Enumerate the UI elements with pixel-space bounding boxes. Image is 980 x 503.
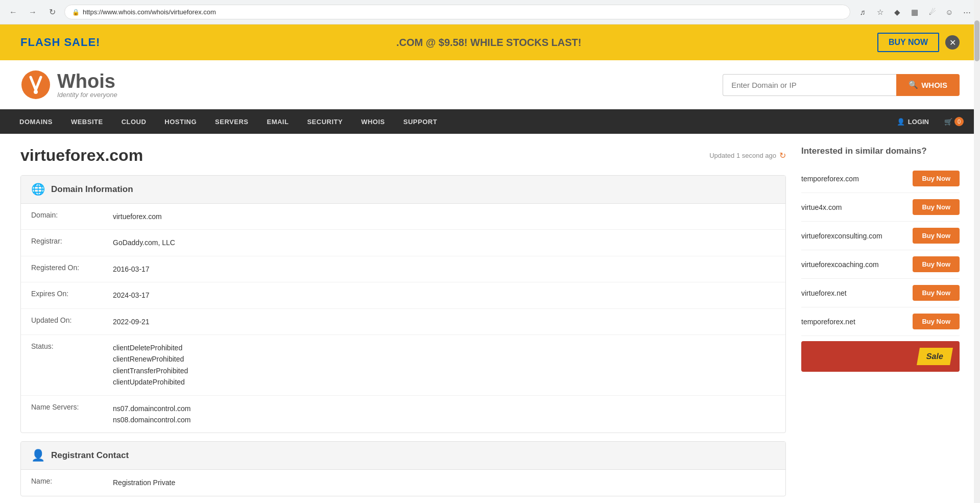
site-header: Whois Identity for everyone 🔍 WHOIS bbox=[0, 60, 980, 109]
registrant-card-header: 👤 Registrant Contact bbox=[21, 442, 785, 470]
similar-item-3: virtueforexcoaching.com Buy Now bbox=[801, 250, 960, 279]
nav-items: DOMAINS WEBSITE CLOUD HOSTING SERVERS EM… bbox=[10, 109, 888, 134]
left-column: virtueforex.com Updated 1 second ago ↻ 🌐… bbox=[20, 146, 786, 503]
close-banner-button[interactable]: ✕ bbox=[945, 35, 960, 50]
forward-button[interactable]: → bbox=[26, 5, 40, 19]
extensions-icon[interactable]: ◆ bbox=[890, 5, 904, 19]
similar-domains-title: Interested in similar domains? bbox=[801, 146, 960, 156]
buy-now-button-3[interactable]: Buy Now bbox=[913, 256, 960, 272]
address-bar[interactable]: 🔒 https://www.whois.com/whois/virtuefore… bbox=[64, 5, 850, 19]
svg-point-1 bbox=[34, 90, 38, 94]
refresh-button[interactable]: ↻ bbox=[45, 5, 59, 19]
domain-info-card: 🌐 Domain Information Domain: virtueforex… bbox=[20, 175, 786, 433]
domain-info-icon: 🌐 bbox=[31, 183, 45, 196]
domain-label-updated-on: Updated On: bbox=[31, 316, 113, 324]
registrant-row-name: Name: Registration Private bbox=[21, 470, 785, 495]
main-content: virtueforex.com Updated 1 second ago ↻ 🌐… bbox=[0, 134, 980, 503]
domain-value-nameservers: ns07.domaincontrol.com ns08.domaincontro… bbox=[113, 403, 191, 426]
nav-item-cloud[interactable]: CLOUD bbox=[112, 109, 156, 134]
logo-tagline: Identity for everyone bbox=[57, 91, 117, 99]
nav-item-security[interactable]: SECURITY bbox=[298, 109, 352, 134]
domain-value-updated-on: 2022-09-21 bbox=[113, 316, 150, 327]
logo-brand: Whois bbox=[57, 71, 117, 91]
similar-item-5: temporeforex.net Buy Now bbox=[801, 307, 960, 336]
profile-icon[interactable]: ♬ bbox=[855, 5, 870, 19]
domain-value-status: clientDeleteProhibited clientRenewProhib… bbox=[113, 342, 188, 388]
logo-area: Whois Identity for everyone bbox=[20, 69, 117, 100]
back-button[interactable]: ← bbox=[6, 5, 20, 19]
buy-now-button-1[interactable]: Buy Now bbox=[913, 199, 960, 215]
similar-domain-3: virtueforexcoaching.com bbox=[801, 260, 879, 269]
domain-value-registered-on: 2016-03-17 bbox=[113, 264, 150, 275]
flash-banner-right: BUY NOW ✕ bbox=[877, 33, 960, 52]
buy-now-button-4[interactable]: Buy Now bbox=[913, 285, 960, 301]
domain-row-domain: Domain: virtueforex.com bbox=[21, 204, 785, 230]
login-button[interactable]: 👤 LOGIN bbox=[888, 109, 938, 134]
sale-tag: Sale bbox=[917, 348, 953, 365]
domain-label-status: Status: bbox=[31, 342, 113, 350]
nav-item-whois[interactable]: WHOIS bbox=[352, 109, 394, 134]
menu-icon[interactable]: ⋯ bbox=[960, 5, 974, 19]
collections-icon[interactable]: ☄ bbox=[925, 5, 939, 19]
search-icon: 🔍 bbox=[909, 80, 918, 89]
domain-search-input[interactable] bbox=[723, 74, 896, 96]
cart-count: 0 bbox=[954, 117, 964, 126]
scrollbar-thumb[interactable] bbox=[974, 20, 979, 61]
search-whois-button[interactable]: 🔍 WHOIS bbox=[896, 74, 960, 96]
domain-value-expires-on: 2024-03-17 bbox=[113, 290, 150, 301]
similar-domain-2: virtueforexconsulting.com bbox=[801, 232, 882, 240]
nav-item-support[interactable]: SUPPORT bbox=[394, 109, 446, 134]
address-url: https://www.whois.com/whois/virtueforex.… bbox=[83, 8, 216, 16]
main-nav: DOMAINS WEBSITE CLOUD HOSTING SERVERS EM… bbox=[0, 109, 980, 134]
nav-item-hosting[interactable]: HOSTING bbox=[155, 109, 206, 134]
nav-item-email[interactable]: EMAIL bbox=[257, 109, 298, 134]
updated-text: Updated 1 second ago bbox=[709, 152, 776, 159]
domain-value-domain: virtueforex.com bbox=[113, 211, 162, 222]
domain-row-expires-on: Expires On: 2024-03-17 bbox=[21, 282, 785, 308]
similar-domain-0: temporeforex.com bbox=[801, 175, 859, 183]
domain-row-nameservers: Name Servers: ns07.domaincontrol.com ns0… bbox=[21, 396, 785, 433]
flash-buy-now-button[interactable]: BUY NOW bbox=[877, 33, 939, 52]
flash-deal-text: .COM @ $9.58! WHILE STOCKS LAST! bbox=[396, 37, 582, 49]
similar-domain-5: temporeforex.net bbox=[801, 318, 855, 326]
nav-item-website[interactable]: WEBSITE bbox=[62, 109, 112, 134]
logo-icon bbox=[20, 69, 51, 100]
similar-item-1: virtue4x.com Buy Now bbox=[801, 193, 960, 222]
domain-title-row: virtueforex.com Updated 1 second ago ↻ bbox=[20, 146, 786, 165]
sale-banner-bottom: Sale bbox=[801, 341, 960, 372]
user-account-icon[interactable]: ☺ bbox=[942, 5, 957, 19]
similar-item-4: virtueforex.net Buy Now bbox=[801, 279, 960, 307]
search-btn-label: WHOIS bbox=[921, 81, 947, 89]
lock-icon: 🔒 bbox=[72, 9, 80, 16]
domain-value-registrar: GoDaddy.com, LLC bbox=[113, 237, 175, 248]
star-icon[interactable]: ☆ bbox=[873, 5, 887, 19]
refresh-icon[interactable]: ↻ bbox=[779, 151, 786, 160]
split-view-icon[interactable]: ▦ bbox=[907, 5, 922, 19]
domain-info-title: Domain Information bbox=[51, 184, 133, 195]
similar-domain-1: virtue4x.com bbox=[801, 203, 842, 211]
domain-row-registered-on: Registered On: 2016-03-17 bbox=[21, 256, 785, 282]
similar-item-2: virtueforexconsulting.com Buy Now bbox=[801, 222, 960, 250]
similar-item-0: temporeforex.com Buy Now bbox=[801, 164, 960, 193]
flash-banner: FLASH SALE! .COM @ $9.58! WHILE STOCKS L… bbox=[0, 25, 980, 60]
cart-button[interactable]: 🛒 0 bbox=[938, 109, 970, 134]
registrant-icon: 👤 bbox=[31, 449, 45, 462]
buy-now-button-0[interactable]: Buy Now bbox=[913, 171, 960, 186]
logo-text: Whois Identity for everyone bbox=[57, 71, 117, 99]
browser-chrome: ← → ↻ 🔒 https://www.whois.com/whois/virt… bbox=[0, 0, 980, 25]
nav-right: 👤 LOGIN 🛒 0 bbox=[888, 109, 970, 134]
nav-item-servers[interactable]: SERVERS bbox=[206, 109, 257, 134]
domain-info-card-header: 🌐 Domain Information bbox=[21, 176, 785, 204]
nav-item-domains[interactable]: DOMAINS bbox=[10, 109, 62, 134]
buy-now-button-2[interactable]: Buy Now bbox=[913, 228, 960, 244]
domain-label-domain: Domain: bbox=[31, 211, 113, 219]
svg-point-0 bbox=[21, 70, 50, 99]
registrant-contact-card: 👤 Registrant Contact Name: Registration … bbox=[20, 441, 786, 496]
user-icon: 👤 bbox=[897, 118, 905, 126]
flash-sale-text: FLASH SALE! bbox=[20, 36, 100, 49]
similar-domain-4: virtueforex.net bbox=[801, 289, 847, 297]
registrant-label-name: Name: bbox=[31, 477, 113, 485]
buy-now-button-5[interactable]: Buy Now bbox=[913, 314, 960, 329]
updated-info: Updated 1 second ago ↻ bbox=[709, 151, 786, 160]
scrollbar[interactable] bbox=[974, 0, 980, 503]
